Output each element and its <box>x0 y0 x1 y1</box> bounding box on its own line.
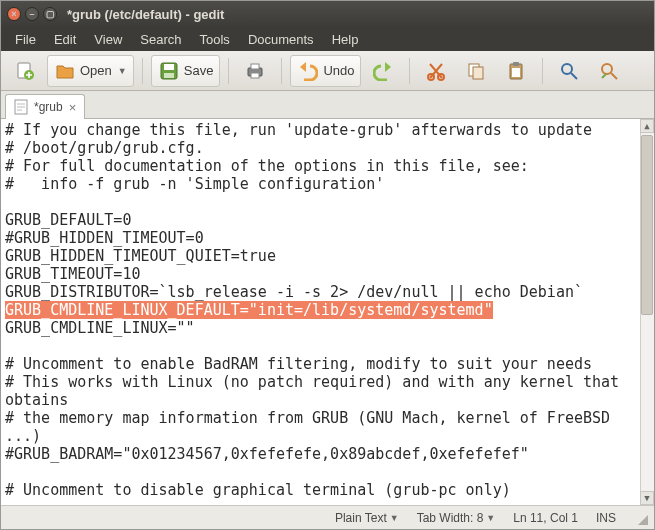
copy-icon <box>465 60 487 82</box>
editor-line: # Uncomment to disable graphical termina… <box>5 481 511 499</box>
menu-file[interactable]: File <box>7 30 44 49</box>
svg-rect-13 <box>513 62 519 66</box>
open-dropdown-caret[interactable]: ▼ <box>118 66 127 76</box>
menu-help[interactable]: Help <box>324 30 367 49</box>
editor-line: # info -f grub -n 'Simple configuration' <box>5 175 384 193</box>
paste-icon <box>505 60 527 82</box>
editor-line: # the memory map information from GRUB (… <box>5 409 619 445</box>
cursor-position-label: Ln 11, Col 1 <box>513 511 578 525</box>
chevron-down-icon: ▼ <box>390 513 399 523</box>
statusbar: Plain Text ▼ Tab Width: 8 ▼ Ln 11, Col 1… <box>1 505 654 529</box>
window-minimize-button[interactable]: – <box>25 7 39 21</box>
open-button-label: Open <box>80 63 112 78</box>
find-button[interactable] <box>551 55 587 87</box>
print-icon <box>244 60 266 82</box>
redo-icon <box>372 60 394 82</box>
editor-line: GRUB_DISTRIBUTOR=`lsb_release -i -s 2> /… <box>5 283 583 301</box>
svg-point-15 <box>562 64 572 74</box>
insert-mode-label: INS <box>596 511 616 525</box>
window-maximize-button[interactable]: ▢ <box>43 7 57 21</box>
editor-line: #GRUB_BADRAM="0x01234567,0xfefefefe,0x89… <box>5 445 529 463</box>
cut-icon <box>425 60 447 82</box>
svg-point-16 <box>602 64 612 74</box>
scroll-down-button[interactable]: ▼ <box>640 491 654 505</box>
toolbar-separator <box>409 58 410 84</box>
undo-icon <box>297 60 319 82</box>
svg-rect-3 <box>164 64 174 70</box>
menu-search[interactable]: Search <box>132 30 189 49</box>
tabbar: *grub × <box>1 91 654 119</box>
tab-width-label: Tab Width: 8 <box>417 511 484 525</box>
syntax-mode-selector[interactable]: Plain Text ▼ <box>331 511 403 525</box>
paste-button[interactable] <box>498 55 534 87</box>
editor-area[interactable]: # If you change this file, run 'update-g… <box>1 119 654 505</box>
editor-line: GRUB_HIDDEN_TIMEOUT_QUIET=true <box>5 247 276 265</box>
editor-line: #GRUB_HIDDEN_TIMEOUT=0 <box>5 229 204 247</box>
window-close-button[interactable]: × <box>7 7 21 21</box>
editor-line: GRUB_TIMEOUT=10 <box>5 265 140 283</box>
editor-line: # Uncomment to enable BadRAM filtering, … <box>5 355 592 373</box>
editor-line: GRUB_DEFAULT=0 <box>5 211 131 229</box>
toolbar-separator <box>142 58 143 84</box>
window-titlebar: × – ▢ *grub (/etc/default) - gedit <box>1 1 654 27</box>
search-icon <box>558 60 580 82</box>
find-replace-icon <box>598 60 620 82</box>
open-folder-icon <box>54 60 76 82</box>
toolbar-separator <box>542 58 543 84</box>
window-resize-grip[interactable] <box>634 511 648 525</box>
tab-close-button[interactable]: × <box>69 100 77 115</box>
document-tab[interactable]: *grub × <box>5 94 85 119</box>
document-icon <box>14 99 28 115</box>
save-button[interactable]: Save <box>151 55 221 87</box>
new-document-icon <box>14 60 36 82</box>
vertical-scrollbar[interactable]: ▲ ▼ <box>640 119 654 505</box>
svg-rect-6 <box>251 64 259 69</box>
menu-tools[interactable]: Tools <box>192 30 238 49</box>
window-controls: × – ▢ <box>7 7 57 21</box>
menubar: File Edit View Search Tools Documents He… <box>1 27 654 51</box>
editor-highlighted-line: GRUB_CMDLINE_LINUX_DEFAULT="init=/lib/sy… <box>5 301 493 319</box>
undo-button-label: Undo <box>323 63 354 78</box>
editor-line: GRUB_CMDLINE_LINUX="" <box>5 319 195 337</box>
save-icon <box>158 60 180 82</box>
menu-view[interactable]: View <box>86 30 130 49</box>
menu-edit[interactable]: Edit <box>46 30 84 49</box>
editor-line: # For full documentation of the options … <box>5 157 529 175</box>
editor-line: # This works with Linux (no patch requir… <box>5 373 628 409</box>
find-replace-button[interactable] <box>591 55 627 87</box>
svg-rect-4 <box>164 73 174 78</box>
open-button[interactable]: Open ▼ <box>47 55 134 87</box>
window-title: *grub (/etc/default) - gedit <box>67 7 224 22</box>
cursor-position: Ln 11, Col 1 <box>509 511 582 525</box>
scroll-up-button[interactable]: ▲ <box>640 119 654 133</box>
chevron-down-icon: ▼ <box>486 513 495 523</box>
redo-button[interactable] <box>365 55 401 87</box>
svg-rect-14 <box>512 68 520 77</box>
editor-line: # /boot/grub/grub.cfg. <box>5 139 204 157</box>
svg-rect-11 <box>473 67 483 79</box>
save-button-label: Save <box>184 63 214 78</box>
insert-mode[interactable]: INS <box>592 511 620 525</box>
scroll-thumb[interactable] <box>641 135 653 315</box>
copy-button[interactable] <box>458 55 494 87</box>
syntax-mode-label: Plain Text <box>335 511 387 525</box>
tab-width-selector[interactable]: Tab Width: 8 ▼ <box>413 511 500 525</box>
document-tab-label: *grub <box>34 100 63 114</box>
editor-line: # If you change this file, run 'update-g… <box>5 121 592 139</box>
new-document-button[interactable] <box>7 55 43 87</box>
toolbar-separator <box>228 58 229 84</box>
toolbar: Open ▼ Save Undo <box>1 51 654 91</box>
cut-button[interactable] <box>418 55 454 87</box>
svg-rect-7 <box>251 73 259 78</box>
toolbar-separator <box>281 58 282 84</box>
menu-documents[interactable]: Documents <box>240 30 322 49</box>
print-button[interactable] <box>237 55 273 87</box>
undo-button[interactable]: Undo <box>290 55 361 87</box>
